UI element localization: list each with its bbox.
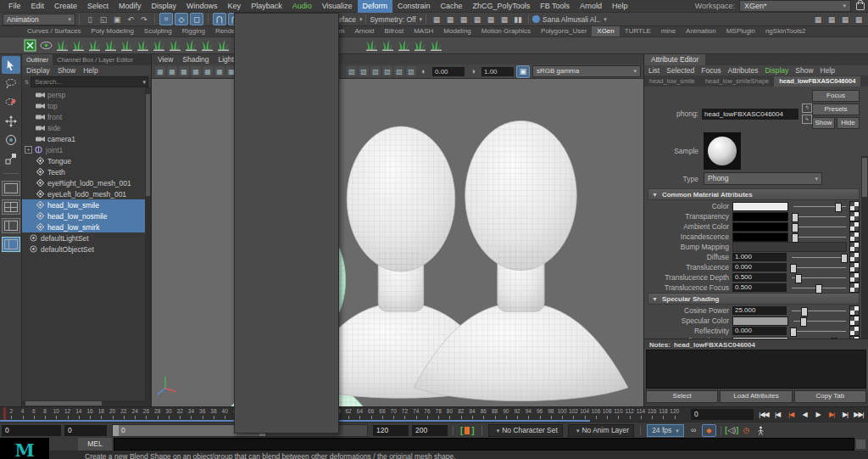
hypershade-toggle-icon[interactable]: ▦: [826, 14, 837, 25]
film-gate-icon[interactable]: ▧: [394, 66, 404, 76]
slider-handle[interactable]: [792, 233, 798, 243]
exposure-field[interactable]: 0.00: [432, 67, 465, 76]
current-frame-field[interactable]: 0: [691, 409, 754, 420]
shelf-tab-turtle[interactable]: TURTLE: [620, 26, 656, 36]
slider-handle[interactable]: [790, 264, 797, 273]
menu-visualize[interactable]: Visualize: [317, 0, 358, 13]
four-pane-layout[interactable]: [2, 199, 20, 215]
material-sample-swatch[interactable]: [704, 132, 741, 170]
show-button[interactable]: Show: [812, 117, 835, 129]
texture-map-icon[interactable]: [849, 201, 860, 211]
loop-mode-icon[interactable]: ∞: [687, 425, 700, 436]
signed-in-user[interactable]: Sana Almusali Al..▾: [532, 15, 607, 24]
ae-menu-focus[interactable]: Focus: [701, 66, 721, 75]
focus-button[interactable]: Focus: [812, 90, 860, 102]
quick-render-icon[interactable]: ▦: [444, 14, 456, 25]
open-scene-icon[interactable]: ◱: [97, 14, 109, 25]
load-attributes-button[interactable]: Load Attributes: [720, 390, 792, 403]
slider-handle[interactable]: [800, 317, 807, 327]
node-name-field[interactable]: head_lowFBXASC046004: [702, 109, 798, 120]
step-forward-key-button[interactable]: ▶|: [825, 411, 838, 418]
section-common-material[interactable]: ▼Common Material Attributes: [648, 188, 860, 200]
texture-map-icon[interactable]: [849, 242, 860, 252]
texture-map-icon[interactable]: [849, 283, 860, 293]
color-swatch[interactable]: [732, 337, 788, 339]
shelf-tab-modeling[interactable]: Modeling: [438, 26, 476, 36]
outliner-item-defaultobjectset[interactable]: defaultObjectSet: [22, 243, 151, 255]
color-swatch[interactable]: [732, 212, 788, 221]
value-field[interactable]: 0.000: [732, 327, 787, 335]
ae-node-tab-head-low-smileshape[interactable]: head_low_smileShape: [700, 76, 774, 87]
menu-file[interactable]: File: [3, 0, 26, 13]
gate-mask-icon[interactable]: ▧: [382, 66, 392, 76]
material-type-select[interactable]: Phong ▾: [704, 172, 822, 185]
outliner-item-head-low-nosmile[interactable]: head_low_nosmile: [22, 210, 151, 221]
shelf-tab-polygons-user[interactable]: Polygons_User: [536, 26, 592, 36]
attribute-editor-toggle-icon[interactable]: ▦: [839, 14, 851, 25]
render-view-icon[interactable]: ▦: [431, 14, 442, 25]
ae-node-tab-head-lowfbxasc046004[interactable]: head_lowFBXASC046004: [774, 76, 860, 87]
lock-icon[interactable]: [856, 3, 865, 10]
save-scene-icon[interactable]: ▣: [111, 14, 123, 25]
playback-start-field[interactable]: 0: [64, 425, 107, 436]
texture-map-icon[interactable]: [849, 316, 860, 326]
select-by-component-type-icon[interactable]: ◻: [190, 13, 203, 25]
ae-menu-display[interactable]: Display: [765, 66, 788, 75]
rotate-tool[interactable]: [2, 131, 20, 148]
select-camera-icon[interactable]: ▦: [155, 66, 165, 76]
resolution-gate-icon[interactable]: ▧: [370, 66, 381, 76]
menu-deform[interactable]: Deform: [358, 0, 393, 13]
slider-handle[interactable]: [831, 338, 837, 339]
pause-viewport-icon[interactable]: ▮▮: [512, 14, 524, 25]
slider-handle[interactable]: [841, 254, 848, 263]
shelf-tab-mine[interactable]: mine: [656, 26, 681, 36]
new-scene-icon[interactable]: ▯: [84, 14, 96, 25]
menu-windows[interactable]: Windows: [181, 0, 223, 13]
slider-handle[interactable]: [815, 284, 822, 294]
symmetry-indicator[interactable]: Symmetry: Off▾: [370, 15, 422, 24]
animation-start-field[interactable]: 0: [2, 425, 61, 436]
ipr-render-icon[interactable]: ▦: [458, 14, 470, 25]
two-pane-side-layout[interactable]: [2, 218, 20, 233]
groom-4-icon[interactable]: [413, 38, 427, 53]
outliner-item-side[interactable]: side: [22, 122, 151, 133]
menu-help[interactable]: Help: [607, 0, 633, 13]
color-swatch[interactable]: [732, 202, 788, 211]
menu-edit[interactable]: Edit: [26, 0, 50, 13]
ae-menu-attributes[interactable]: Attributes: [727, 66, 758, 75]
workspace-select[interactable]: XGen* ▾: [739, 0, 851, 12]
viewport-menu-shading[interactable]: Shading: [182, 55, 209, 64]
fps-select[interactable]: 24 fps▾: [647, 424, 684, 437]
shelf-tab-xgen[interactable]: XGen: [592, 26, 619, 36]
menu-cache[interactable]: Cache: [436, 0, 468, 13]
expand-icon[interactable]: +: [25, 146, 32, 154]
play-forwards-button[interactable]: ▶: [811, 411, 825, 418]
viewport-menu-view[interactable]: View: [158, 55, 173, 64]
mute-audio-icon[interactable]: [◁)]: [726, 425, 738, 436]
ae-node-tab-head-low-smile[interactable]: head_low_smile: [644, 76, 700, 87]
texture-map-icon[interactable]: [849, 252, 860, 262]
color-swatch[interactable]: [732, 222, 788, 232]
slider-handle[interactable]: [792, 223, 798, 232]
color-swatch[interactable]: [732, 316, 788, 326]
groom-2-icon[interactable]: [381, 38, 395, 53]
single-pane-layout[interactable]: [2, 181, 20, 196]
outliner-menu-show[interactable]: Show: [58, 66, 75, 75]
auto-keyframe-icon[interactable]: ◆: [702, 424, 716, 437]
time-ruler[interactable]: 2468101214161820222426283032343638404244…: [0, 407, 686, 422]
color-management-icon[interactable]: ▣: [516, 65, 530, 78]
range-start-handle[interactable]: [113, 425, 119, 436]
shelf-tab-msplugin[interactable]: MSPlugin: [721, 26, 760, 36]
attr-slider[interactable]: [792, 273, 846, 282]
render-settings-icon[interactable]: ▦: [471, 14, 483, 25]
lock-camera-icon[interactable]: ▦: [167, 66, 177, 76]
color-swatch[interactable]: [732, 232, 788, 242]
outliner-vertical-scrollbar[interactable]: [145, 87, 151, 400]
attr-slider[interactable]: [793, 232, 846, 241]
view-transform-select[interactable]: sRGB gamma ▾: [532, 65, 641, 77]
attr-slider[interactable]: [792, 283, 846, 292]
value-field[interactable]: 0.500: [732, 283, 787, 292]
attr-slider[interactable]: [793, 202, 846, 210]
shelf-tab-bifrost[interactable]: Bifrost: [380, 26, 409, 36]
slider-handle[interactable]: [792, 213, 798, 222]
